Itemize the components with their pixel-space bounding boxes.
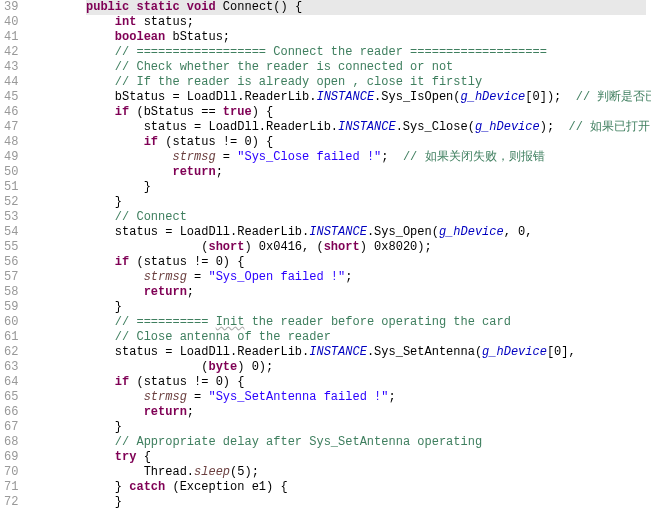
- line-number: 63: [4, 360, 18, 375]
- code-line: }: [28, 195, 651, 210]
- code-line: return;: [28, 285, 651, 300]
- code-line: // ========== Init the reader before ope…: [28, 315, 651, 330]
- code-line: // Connect: [28, 210, 651, 225]
- code-line: if (status != 0) {: [28, 135, 651, 150]
- line-number: 65: [4, 390, 18, 405]
- code-line: return;: [28, 165, 651, 180]
- line-number: 71: [4, 480, 18, 495]
- code-line: (byte) 0);: [28, 360, 651, 375]
- code-area: public static void Connect() { int statu…: [24, 0, 651, 510]
- line-number: 45: [4, 90, 18, 105]
- code-line: boolean bStatus;: [28, 30, 651, 45]
- code-line: if (bStatus == true) {: [28, 105, 651, 120]
- line-number: 72: [4, 495, 18, 510]
- code-line: if (status != 0) {: [28, 375, 651, 390]
- line-number: 52: [4, 195, 18, 210]
- code-line: } catch (Exception e1) {: [28, 480, 651, 495]
- line-number: 42: [4, 45, 18, 60]
- line-number: 48: [4, 135, 18, 150]
- line-number: 60: [4, 315, 18, 330]
- line-number: 62: [4, 345, 18, 360]
- code-editor: 3940414243444546474849505152535455565758…: [0, 0, 651, 510]
- line-number: 39: [4, 0, 18, 15]
- line-number: 47: [4, 120, 18, 135]
- code-line: status = LoadDll.ReaderLib.INSTANCE.Sys_…: [28, 225, 651, 240]
- code-line: return;: [28, 405, 651, 420]
- code-line: // Close antenna of the reader: [28, 330, 651, 345]
- line-number: 58: [4, 285, 18, 300]
- line-number: 70: [4, 465, 18, 480]
- line-number: 55: [4, 240, 18, 255]
- line-number: 44: [4, 75, 18, 90]
- code-line: strmsg = "Sys_Open failed !";: [28, 270, 651, 285]
- line-number-gutter: 3940414243444546474849505152535455565758…: [0, 0, 24, 510]
- line-number: 40: [4, 15, 18, 30]
- line-number: 56: [4, 255, 18, 270]
- line-number: 68: [4, 435, 18, 450]
- line-number: 43: [4, 60, 18, 75]
- code-line: status = LoadDll.ReaderLib.INSTANCE.Sys_…: [28, 120, 651, 135]
- code-line: int status;: [28, 15, 651, 30]
- code-line: // Check whether the reader is connected…: [28, 60, 651, 75]
- code-line: }: [28, 420, 651, 435]
- code-line: // Appropriate delay after Sys_SetAntenn…: [28, 435, 651, 450]
- code-line: status = LoadDll.ReaderLib.INSTANCE.Sys_…: [28, 345, 651, 360]
- code-line: try {: [28, 450, 651, 465]
- code-line: // ================== Connect the reader…: [28, 45, 651, 60]
- line-number: 64: [4, 375, 18, 390]
- line-number: 67: [4, 420, 18, 435]
- line-number: 53: [4, 210, 18, 225]
- line-number: 59: [4, 300, 18, 315]
- line-number: 61: [4, 330, 18, 345]
- code-line: }: [28, 180, 651, 195]
- code-line: }: [28, 495, 651, 510]
- code-line: bStatus = LoadDll.ReaderLib.INSTANCE.Sys…: [28, 90, 651, 105]
- code-line: }: [28, 300, 651, 315]
- line-number: 46: [4, 105, 18, 120]
- line-number: 69: [4, 450, 18, 465]
- line-number: 50: [4, 165, 18, 180]
- code-line: if (status != 0) {: [28, 255, 651, 270]
- code-line: (short) 0x0416, (short) 0x8020);: [28, 240, 651, 255]
- line-number: 54: [4, 225, 18, 240]
- code-line: public static void Connect() {: [28, 0, 651, 15]
- line-number: 41: [4, 30, 18, 45]
- code-line: strmsg = "Sys_Close failed !"; // 如果关闭失败…: [28, 150, 651, 165]
- line-number: 66: [4, 405, 18, 420]
- line-number: 49: [4, 150, 18, 165]
- code-line: Thread.sleep(5);: [28, 465, 651, 480]
- code-line: strmsg = "Sys_SetAntenna failed !";: [28, 390, 651, 405]
- code-line: // If the reader is already open , close…: [28, 75, 651, 90]
- line-number: 51: [4, 180, 18, 195]
- line-number: 57: [4, 270, 18, 285]
